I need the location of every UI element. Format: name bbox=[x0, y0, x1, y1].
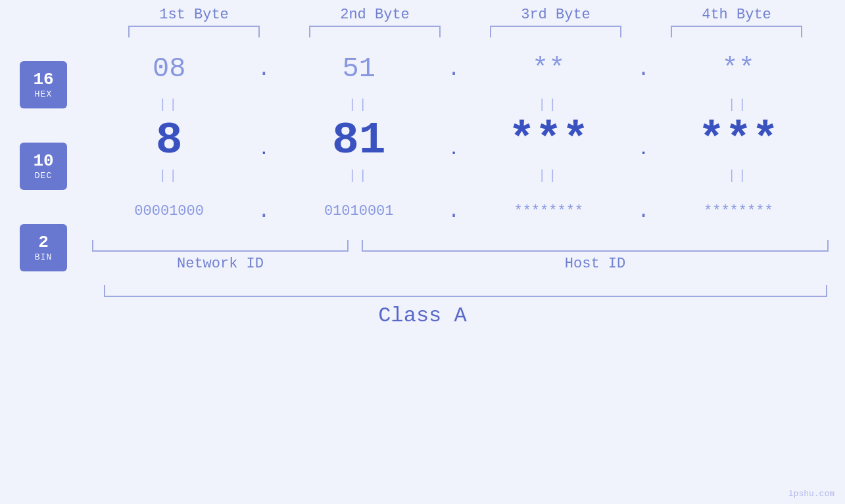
hex-badge-label: HEX bbox=[35, 89, 52, 99]
bin-byte3: ******** bbox=[483, 203, 614, 219]
hex-byte1: 08 bbox=[103, 53, 235, 85]
equals-row-2: || || || || bbox=[92, 166, 815, 185]
eq1-b3: || bbox=[483, 97, 614, 112]
bracket-network bbox=[92, 240, 349, 252]
hex-byte2: 51 bbox=[293, 53, 425, 85]
bracket-top-2 bbox=[309, 26, 441, 37]
dec-dot1: . bbox=[257, 142, 270, 158]
hex-dot1: . bbox=[257, 57, 270, 81]
main-data-area: 16 HEX 10 DEC 2 BIN 08 . 51 . ** bbox=[0, 43, 845, 272]
bracket-top-3 bbox=[490, 26, 621, 37]
bin-dot2: . bbox=[447, 199, 460, 223]
dec-byte4: *** bbox=[673, 115, 804, 166]
dec-byte3: *** bbox=[483, 115, 614, 166]
bracket-top-1 bbox=[128, 26, 260, 37]
bin-badge-number: 2 bbox=[38, 233, 49, 252]
bin-byte4: ******** bbox=[673, 203, 804, 219]
eq2-b1: || bbox=[103, 168, 235, 183]
hex-badge: 16 HEX bbox=[20, 61, 67, 108]
equals-row-1: || || || || bbox=[92, 95, 815, 114]
dec-dot3: . bbox=[637, 142, 650, 158]
badges-column: 16 HEX 10 DEC 2 BIN bbox=[0, 43, 92, 271]
eq1-b1: || bbox=[103, 97, 235, 112]
dec-badge: 10 DEC bbox=[20, 143, 67, 190]
bin-dot1: . bbox=[257, 199, 270, 223]
hex-dot3: . bbox=[637, 57, 650, 81]
bin-badge: 2 BIN bbox=[20, 224, 67, 271]
eq1-b4: || bbox=[673, 97, 804, 112]
bottom-brackets bbox=[92, 240, 845, 252]
dec-badge-label: DEC bbox=[35, 171, 52, 181]
dec-byte2: 81 bbox=[293, 115, 425, 166]
byte4-label: 4th Byte bbox=[664, 7, 809, 23]
top-brackets bbox=[104, 26, 827, 37]
hex-byte4: ** bbox=[673, 53, 804, 85]
bin-data-row: 00001000 . 01010001 . ******** . *******… bbox=[92, 185, 815, 237]
footer-bracket bbox=[104, 285, 827, 297]
dec-badge-number: 10 bbox=[33, 152, 53, 171]
hex-byte3: ** bbox=[483, 53, 614, 85]
bin-byte1: 00001000 bbox=[103, 203, 235, 219]
bracket-top-4 bbox=[671, 26, 802, 37]
eq1-b2: || bbox=[293, 97, 425, 112]
byte3-label: 3rd Byte bbox=[483, 7, 628, 23]
byte2-label: 2nd Byte bbox=[302, 7, 447, 23]
main-container: 1st Byte 2nd Byte 3rd Byte 4th Byte 16 H… bbox=[0, 0, 845, 504]
byte-headers: 1st Byte 2nd Byte 3rd Byte 4th Byte bbox=[104, 7, 827, 23]
eq2-b4: || bbox=[673, 168, 804, 183]
network-id-label: Network ID bbox=[92, 256, 349, 272]
dec-byte1: 8 bbox=[103, 115, 235, 166]
hex-badge-number: 16 bbox=[33, 70, 53, 89]
eq2-b3: || bbox=[483, 168, 614, 183]
bracket-host bbox=[362, 240, 829, 252]
bottom-labels: Network ID Host ID bbox=[92, 256, 845, 272]
hex-dot2: . bbox=[447, 57, 460, 81]
eq2-b2: || bbox=[293, 168, 425, 183]
bin-byte2: 01010001 bbox=[293, 203, 425, 219]
watermark: ipshu.com bbox=[788, 489, 834, 499]
class-label: Class A bbox=[0, 304, 845, 328]
dec-data-row: 8 . 81 . *** . *** bbox=[92, 114, 815, 166]
dec-dot2: . bbox=[447, 142, 460, 158]
bin-dot3: . bbox=[637, 199, 650, 223]
hex-data-row: 08 . 51 . ** . ** bbox=[92, 43, 815, 95]
host-id-label: Host ID bbox=[362, 256, 829, 272]
data-rows: 08 . 51 . ** . ** || || || || 8 . bbox=[92, 43, 845, 272]
bin-badge-label: BIN bbox=[35, 252, 52, 262]
byte1-label: 1st Byte bbox=[122, 7, 266, 23]
